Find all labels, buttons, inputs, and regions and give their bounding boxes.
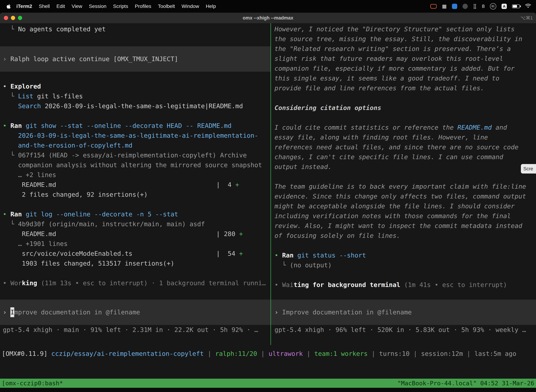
menu-item-session[interactable]: Session (86, 4, 110, 9)
terminal-text: cczip/essay/ai-reimplementation-copyleft (51, 350, 204, 357)
terminal-line: gpt-5.4 xhigh · main · 91% left · 2.31M … (0, 325, 270, 335)
menu-item-profiles[interactable]: Profiles (132, 4, 155, 9)
terminal-text: The team guideline is to back every impo… (274, 183, 526, 190)
terminal-prompt-box[interactable]: › Ralph loop active continue [OMX_TMUX_I… (0, 46, 270, 72)
macos-menu-bar: iTerm2 Shell Edit View Session Scripts P… (0, 0, 536, 13)
terminal-line: [OMX#0.11.9] cczip/essay/ai-reimplementa… (0, 349, 536, 359)
terminal-text (3, 103, 18, 110)
terminal-line: 2026-03-09-is-legal-the-same-as-legitima… (0, 131, 270, 140)
apple-menu-icon[interactable] (0, 4, 13, 9)
window-grid-icon[interactable]: ▦ (442, 4, 446, 9)
dark-app-icon[interactable] (463, 4, 468, 9)
menu-item-help[interactable]: Help (202, 4, 219, 9)
terminal-line: • Explored (0, 81, 270, 91)
terminal-line: └ No agents completed yet (0, 24, 270, 34)
terminal-text: king (22, 280, 37, 287)
menu-item-view[interactable]: View (68, 4, 86, 9)
terminal-line: and-the-erosion-of-copyleft.md (0, 140, 270, 150)
terminal-line: the source tree, missing the essay. Stil… (271, 34, 536, 44)
text-cursor: I (10, 307, 14, 317)
terminal-text: turns:10 (379, 350, 410, 357)
terminal-text: Ran (10, 122, 22, 129)
terminal-text: 2 files changed, 92 insertions(+) (3, 191, 148, 198)
menu-item-window[interactable]: Window (178, 4, 203, 9)
window-title-bar[interactable]: omx --xhigh --madmax ⌥⌘1 (0, 13, 536, 23)
input-source-icon[interactable]: A (502, 4, 507, 9)
menu-item-iterm2[interactable]: iTerm2 (13, 4, 36, 9)
terminal-text: Considering citation options (274, 104, 381, 111)
terminal-text: slight risk that future readers may over… (274, 55, 503, 62)
terminal-line (0, 111, 270, 121)
terminal-text: of focusing solely on file lines. (274, 232, 400, 239)
terminal-line (271, 93, 536, 103)
terminal-line (0, 200, 270, 209)
menu-item-scripts[interactable]: Scripts (110, 4, 132, 9)
terminal-line: including verification notes with those … (271, 211, 536, 221)
battery-percent-icon[interactable]: 61 (490, 3, 496, 9)
terminal-text: | (410, 350, 421, 357)
terminal-text: [OMX#0.11.9] (2, 350, 51, 357)
screen-share-tooltip[interactable]: Scre (521, 164, 536, 173)
terminal-text: might be acceptable alongside the file l… (274, 202, 515, 210)
terminal-line: • Waiting for background terminal (1m 41… (271, 280, 536, 290)
blue-app-icon[interactable] (452, 4, 457, 9)
terminal-text: 2026-03-09-is-legal-the-same-as-legitima… (18, 132, 258, 139)
tmux-session-label[interactable]: [omx-cczip0:bash* (2, 380, 63, 387)
terminal-line (0, 34, 270, 44)
terminal-prompt-box[interactable]: › Improve documentation in @filename (271, 300, 536, 325)
terminal-text (293, 252, 297, 259)
terminal-text (22, 122, 26, 129)
terminal-line: 2 files changed, 92 insertions(+) (0, 190, 270, 200)
terminal-text: • (3, 280, 10, 287)
terminal-line: └ 067f154 (HEAD -> essay/ai-reimplementa… (0, 150, 270, 160)
terminal-prompt-box[interactable]: › Improve documentation in @filename (0, 300, 270, 325)
terminal-text: git log --oneline --decorate -n 5 --stat (26, 210, 178, 218)
terminal-line: The team guideline is to back every impo… (271, 182, 536, 191)
terminal-text: (11m 13s • esc to interrupt) · 1 backgro… (37, 280, 266, 287)
terminal-text: the source tree, missing the essay. Stil… (274, 35, 522, 42)
number-8-icon[interactable]: 8 (482, 4, 485, 9)
terminal-text: git status --short (297, 252, 366, 259)
terminal-text: README.md (457, 124, 492, 131)
battery-icon[interactable] (512, 5, 520, 8)
terminal-line (0, 72, 270, 81)
terminal-line: I could cite commit statistics or refere… (271, 123, 536, 132)
terminal-text: + (239, 230, 243, 238)
close-button[interactable] (4, 16, 8, 20)
terminal-text: review. Also, I might want to inspect th… (274, 222, 522, 229)
terminal-text: mprove documentation in @filename (14, 307, 140, 317)
terminal-text: + (235, 181, 239, 188)
menu-item-toolbelt[interactable]: Toolbelt (155, 4, 178, 9)
spacer (0, 298, 270, 300)
terminal-line: the "Related research writing" section i… (271, 44, 536, 54)
terminal-text: └ (3, 93, 18, 100)
right-terminal-pane[interactable]: However, I noticed the "Directory Struct… (271, 23, 536, 345)
terminal-text: No agents completed yet (18, 25, 106, 33)
terminal-line: gpt-5.4 xhigh · 96% left · 520K in · 5.8… (271, 325, 536, 335)
menu-item-shell[interactable]: Shell (36, 4, 53, 9)
terminal-line (271, 241, 536, 250)
terminal-text: Explored (10, 83, 41, 90)
terminal-line: README.md | 280 + (0, 229, 270, 239)
zoom-button[interactable] (18, 16, 22, 20)
terminal-line: However, I noticed the "Directory Struct… (271, 24, 536, 34)
terminal-line: essay file, along with finding root file… (271, 132, 536, 142)
menu-item-edit[interactable]: Edit (53, 4, 68, 9)
terminal-line: • Working (11m 13s • esc to interrupt) ·… (0, 278, 270, 288)
screen-recording-icon[interactable] (430, 4, 437, 9)
terminal-text: references need actual files, and since … (274, 144, 518, 151)
terminal-line: README.md | 4 + (0, 180, 270, 190)
terminal-line (0, 288, 270, 298)
terminal-line: changes, I can't cite specific file line… (271, 152, 536, 162)
terminal-text: 4b9d30f (origin/main, instructkr/main, m… (18, 220, 205, 228)
terminal-text: › (3, 307, 10, 317)
dots-grid-icon[interactable]: ⣿ (473, 4, 477, 9)
terminal-text: and (492, 124, 507, 131)
wifi-icon[interactable] (525, 4, 531, 9)
tmux-panes: └ No agents completed yet › Ralph loop a… (0, 23, 536, 345)
minimize-button[interactable] (11, 16, 15, 20)
terminal-text: changes, I can't cite specific file line… (274, 153, 503, 160)
left-terminal-pane[interactable]: └ No agents completed yet › Ralph loop a… (0, 23, 270, 345)
terminal-text: ultrawork (268, 350, 303, 357)
terminal-text: team:1 workers (314, 350, 368, 357)
